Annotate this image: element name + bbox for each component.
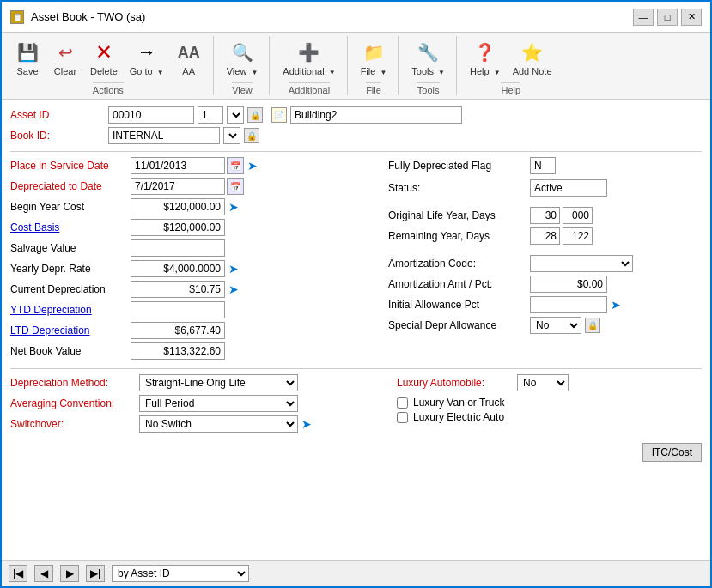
remaining-days-input[interactable] <box>563 227 593 245</box>
depr-method-select[interactable]: Straight-Line Orig Life <box>139 374 298 391</box>
window-title: Asset Book - TWO (sa) <box>31 10 145 23</box>
view-button[interactable]: 🔍 View ▼ <box>221 36 265 81</box>
goto-button[interactable]: → Go to ▼ <box>124 36 170 81</box>
asset-id-label: Asset ID <box>10 109 105 121</box>
nav-last-button[interactable]: ▶| <box>86 565 105 582</box>
begin-year-cost-input[interactable] <box>131 198 225 215</box>
yearly-depr-arrow[interactable]: ➤ <box>228 262 239 276</box>
place-in-service-input[interactable] <box>131 157 225 174</box>
file-group: 📁 File ▼ File <box>355 36 399 95</box>
current-depr-arrow[interactable]: ➤ <box>228 282 239 296</box>
nav-next-button[interactable]: ▶ <box>60 565 79 582</box>
book-id-dropdown[interactable] <box>223 127 240 144</box>
orig-life-years-input[interactable] <box>530 207 560 224</box>
tools-button[interactable]: 🔧 Tools ▼ <box>405 36 451 81</box>
cost-basis-input[interactable] <box>131 219 225 236</box>
help-group-label: Help <box>501 82 520 95</box>
clear-button[interactable]: ↩ Clear <box>46 36 84 81</box>
ytd-depr-row: YTD Depreciation <box>10 301 380 318</box>
book-id-lock-icon[interactable]: 🔒 <box>244 128 259 143</box>
help-icon: ❓ <box>473 40 497 64</box>
status-input[interactable] <box>530 179 607 197</box>
book-id-input[interactable] <box>108 127 220 144</box>
orig-life-label: Original Life Year, Days <box>388 209 530 221</box>
titlebar-left: 📋 Asset Book - TWO (sa) <box>10 10 145 24</box>
maximize-button[interactable]: □ <box>657 9 678 26</box>
place-in-service-row: Place in Service Date 📅 ➤ <box>10 157 380 174</box>
amort-amt-input[interactable] <box>530 276 607 293</box>
yearly-depr-input[interactable] <box>131 260 225 277</box>
avg-conv-row: Averaging Convention: Full Period <box>10 395 380 412</box>
luxury-electric-checkbox[interactable] <box>397 412 408 423</box>
orig-life-days-input[interactable] <box>563 207 593 224</box>
remaining-years-input[interactable] <box>530 227 560 245</box>
luxury-auto-select[interactable]: No Yes <box>517 374 569 391</box>
luxury-auto-label: Luxury Automobile: <box>397 377 517 389</box>
orig-life-row: Original Life Year, Days <box>388 207 702 224</box>
file-button[interactable]: 📁 File ▼ <box>355 36 393 81</box>
save-button[interactable]: 💾 Save <box>9 36 46 81</box>
toolbar: 💾 Save ↩ Clear ✕ Delete → Go to ▼ <box>2 33 710 100</box>
ytd-depr-input[interactable] <box>131 301 225 318</box>
bottom-right: Luxury Automobile: No Yes Luxury Van or … <box>397 374 702 436</box>
special-depr-lock-icon[interactable]: 🔒 <box>585 318 600 333</box>
asset-id-input[interactable] <box>108 106 194 124</box>
minimize-button[interactable]: — <box>633 9 654 26</box>
asset-name-input[interactable] <box>290 106 462 124</box>
note-icon[interactable]: 📄 <box>271 107 287 123</box>
asset-id-seq-input[interactable] <box>198 106 223 124</box>
special-depr-row: Special Depr Allowance No Yes 🔒 <box>388 317 702 334</box>
aa-icon: AA <box>177 40 201 64</box>
goto-icon: → <box>135 40 159 64</box>
avg-conv-select[interactable]: Full Period <box>139 395 298 412</box>
titlebar: 📋 Asset Book - TWO (sa) — □ ✕ <box>2 2 710 33</box>
aa-button[interactable]: AA AA <box>170 36 208 81</box>
amort-code-select[interactable] <box>530 255 633 272</box>
close-button[interactable]: ✕ <box>681 9 702 26</box>
special-depr-select[interactable]: No Yes <box>530 317 581 334</box>
net-book-input[interactable] <box>131 342 225 360</box>
file-group-label: File <box>366 82 381 95</box>
nav-sort-select[interactable]: by Asset ID <box>112 565 249 582</box>
depreciated-to-input[interactable] <box>131 178 225 195</box>
main-content: Asset ID 🔒 📄 Book ID: 🔒 <box>2 100 710 560</box>
ltd-depr-row: LTD Depreciation <box>10 322 380 339</box>
addnote-icon: ⭐ <box>520 40 545 64</box>
two-col-section: Place in Service Date 📅 ➤ Depreciated to… <box>10 157 702 363</box>
amort-amt-row: Amortization Amt / Pct: <box>388 276 702 293</box>
addnote-label: Add Note <box>513 66 552 76</box>
ltd-depr-input[interactable] <box>131 322 225 339</box>
app-icon: 📋 <box>10 10 24 24</box>
switchover-arrow[interactable]: ➤ <box>301 417 312 431</box>
luxury-van-checkbox[interactable] <box>397 397 408 409</box>
switchover-select[interactable]: No Switch <box>139 415 298 433</box>
depreciated-to-calendar[interactable]: 📅 <box>227 178 244 195</box>
additional-group-label: Additional <box>289 82 330 95</box>
initial-allow-input[interactable] <box>530 296 607 313</box>
asset-id-lock-icon[interactable]: 🔒 <box>247 107 263 123</box>
cost-basis-label[interactable]: Cost Basis <box>10 221 131 233</box>
bottom-left: Depreciation Method: Straight-Line Orig … <box>10 374 380 436</box>
fully-depr-input[interactable] <box>530 157 556 174</box>
nav-first-button[interactable]: |◀ <box>9 565 27 582</box>
begin-year-cost-arrow[interactable]: ➤ <box>228 200 239 214</box>
delete-button[interactable]: ✕ Delete <box>84 36 124 81</box>
asset-id-dropdown[interactable] <box>227 106 244 124</box>
left-panel: Place in Service Date 📅 ➤ Depreciated to… <box>10 157 380 363</box>
tools-icon: 🔧 <box>417 40 441 64</box>
current-depr-input[interactable] <box>131 281 225 298</box>
initial-allow-arrow[interactable]: ➤ <box>611 298 621 312</box>
place-in-service-arrow[interactable]: ➤ <box>247 159 258 173</box>
help-button[interactable]: ❓ Help ▼ <box>464 36 507 81</box>
itc-cost-button[interactable]: ITC/Cost <box>642 443 702 462</box>
ltd-depr-label[interactable]: LTD Depreciation <box>10 324 131 336</box>
additional-label: Additional ▼ <box>283 66 335 76</box>
clear-icon: ↩ <box>53 40 77 64</box>
salvage-label: Salvage Value <box>10 242 131 254</box>
ytd-depr-label[interactable]: YTD Depreciation <box>10 304 131 316</box>
salvage-input[interactable] <box>131 239 225 257</box>
nav-prev-button[interactable]: ◀ <box>34 565 53 582</box>
additional-button[interactable]: ➕ Additional ▼ <box>277 36 341 81</box>
place-in-service-calendar[interactable]: 📅 <box>227 157 244 174</box>
addnote-button[interactable]: ⭐ Add Note <box>507 36 558 81</box>
